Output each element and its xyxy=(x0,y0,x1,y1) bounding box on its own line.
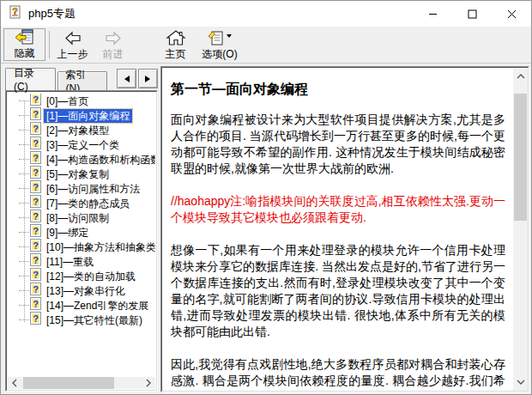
dropdown-arrow-icon xyxy=(227,34,232,40)
svg-text:?: ? xyxy=(33,226,39,236)
hide-button-label: 隐藏 xyxy=(15,46,35,61)
tree-item-label: [8]—访问限制 xyxy=(44,211,112,225)
main-area: 目录(C) 索引(N) xyxy=(1,64,531,394)
tree-item[interactable]: ? [2]—对象模型 xyxy=(8,123,155,137)
close-icon xyxy=(507,9,517,19)
tree-item[interactable]: ? [8]—访问限制 xyxy=(8,210,155,225)
tree-branch-line xyxy=(19,188,29,189)
hide-button[interactable]: 隐藏 xyxy=(3,28,45,61)
tree-branch-line xyxy=(19,173,29,174)
tree-branch-line xyxy=(19,130,29,131)
help-file-icon: ? xyxy=(9,5,22,22)
tree-item-label: [0]—首页 xyxy=(44,94,91,108)
maximize-button[interactable] xyxy=(452,1,492,27)
tab-contents-label: 目录(C) xyxy=(14,66,47,93)
back-button-label: 上一步 xyxy=(57,47,88,62)
tree-branch-line xyxy=(19,319,29,320)
svg-text:?: ? xyxy=(33,240,39,251)
tree-item[interactable]: ? [3]—定义一个类 xyxy=(8,137,155,152)
tab-index[interactable]: 索引(N) xyxy=(57,71,108,90)
tree-horizontal-scrollbar[interactable] xyxy=(8,377,155,389)
minimize-icon xyxy=(428,9,438,19)
tree-item-label: [6]—访问属性和方法 xyxy=(44,182,142,196)
svg-text:?: ? xyxy=(33,313,39,324)
tree-branch-line xyxy=(19,290,29,291)
toolbar-gap xyxy=(133,27,155,62)
tree-item[interactable]: ? [7]—类的静态成员 xyxy=(8,196,155,210)
forward-button-label: 前进 xyxy=(103,47,124,62)
tree-branch-line xyxy=(19,115,29,116)
tree-branch-line xyxy=(19,100,29,101)
scroll-right-arrow[interactable] xyxy=(142,377,155,389)
toolbar: 隐藏 上一步 前进 xyxy=(1,27,531,64)
vertical-scroll-thumb[interactable] xyxy=(514,94,527,221)
home-button-label: 主页 xyxy=(166,47,186,62)
scroll-up-arrow[interactable] xyxy=(513,70,528,83)
minimize-button[interactable] xyxy=(413,1,452,27)
tab-contents[interactable]: 目录(C) xyxy=(5,68,56,90)
tree-item[interactable]: ? [1]—面向对象编程 xyxy=(8,108,155,123)
tree-item[interactable]: ? [5]—对象复制 xyxy=(8,167,155,181)
tree-branch-line xyxy=(19,144,29,145)
scroll-tabs-right-button[interactable] xyxy=(138,69,158,88)
topic-paragraph: 面向对象编程被设计来为大型软件项目提供解决方案,尤其是多人合作的项目. 当源代码… xyxy=(171,112,505,177)
topic-title: 第一节—面向对象编程 xyxy=(171,81,505,99)
tree-item[interactable]: ? [4]—构造函数和析构函数 xyxy=(8,152,155,167)
tree-item-label: [3]—定义一个类 xyxy=(44,138,122,152)
right-triangle-icon xyxy=(145,76,154,82)
tree-item[interactable]: ? [6]—访问属性和方法 xyxy=(8,181,155,196)
svg-text:?: ? xyxy=(33,182,39,192)
svg-text:?: ? xyxy=(33,270,39,280)
hide-pane-icon xyxy=(15,28,35,46)
tree-item-label: [10]—抽象方法和抽象类 xyxy=(44,240,155,254)
tree-item[interactable]: ? [11]—重载 xyxy=(8,254,155,269)
tree-item[interactable]: ? [14]—Zend引擎的发展 xyxy=(8,298,155,313)
svg-text:?: ? xyxy=(33,197,39,207)
tree-item-label: [1]—面向对象编程 xyxy=(44,109,132,123)
topic-paragraph: //haohappy注:喻指模块间的关联度过高,相互依赖性太强.更动一个模块导致… xyxy=(171,193,505,226)
tree-branch-line xyxy=(19,203,29,204)
svg-text:?: ? xyxy=(33,153,39,163)
svg-text:?: ? xyxy=(33,211,39,222)
tree-item[interactable]: ? [0]—首页 xyxy=(8,94,155,108)
tree-item-label: [13]—对象串行化 xyxy=(44,284,128,298)
content-paragraphs: 面向对象编程被设计来为大型软件项目提供解决方案,尤其是多人合作的项目. 当源代码… xyxy=(171,112,505,391)
tree-item-label: [4]—构造函数和析构函数 xyxy=(44,153,155,167)
tree-item-label: [14]—Zend引擎的发展 xyxy=(44,299,151,313)
svg-text:?: ? xyxy=(12,6,18,16)
tree-item[interactable]: ? [13]—对象串行化 xyxy=(8,283,155,298)
tree-item-label: [5]—对象复制 xyxy=(44,167,112,181)
tree-branch-line xyxy=(19,217,29,218)
home-button[interactable]: 主页 xyxy=(155,27,196,62)
svg-text:?: ? xyxy=(33,299,39,309)
tree-item-label: [12]—类的自动加载 xyxy=(44,270,138,283)
scroll-down-arrow[interactable] xyxy=(513,375,528,389)
tree-item-label: [11]—重载 xyxy=(44,255,96,269)
svg-text:?: ? xyxy=(33,94,39,105)
options-button[interactable]: 选项(O) xyxy=(196,27,244,62)
tree-item[interactable]: ? [12]—类的自动加载 xyxy=(8,269,155,283)
contents-tree-inner: ? [0]—首页 ? [1]—面向对象编程 ? [2]—对象模型 xyxy=(6,91,157,391)
left-triangle-icon xyxy=(121,76,130,82)
home-icon xyxy=(166,28,186,47)
help-viewer-window: ? php5专题 xyxy=(0,0,532,395)
svg-text:?: ? xyxy=(33,167,39,178)
options-button-label: 选项(O) xyxy=(202,47,237,62)
svg-text:?: ? xyxy=(33,124,39,134)
tree-item[interactable]: ? [10]—抽象方法和抽象类 xyxy=(8,240,155,254)
back-button[interactable]: 上一步 xyxy=(52,27,93,62)
toolbar-separator xyxy=(49,31,50,58)
svg-text:?: ? xyxy=(33,138,39,149)
tab-scroll-buttons xyxy=(117,69,158,88)
scroll-tabs-left-button[interactable] xyxy=(117,69,136,88)
topic-pane: 第一节—面向对象编程 面向对象编程被设计来为大型软件项目提供解决方案,尤其是多人… xyxy=(160,66,529,392)
tree-item-label: [7]—类的静态成员 xyxy=(44,197,132,210)
tree-item[interactable]: ? [9]—绑定 xyxy=(8,225,155,240)
close-button[interactable] xyxy=(492,1,531,27)
horizontal-scroll-thumb[interactable] xyxy=(23,377,114,389)
tree-item[interactable]: ? [15]—其它特性(最新) xyxy=(8,313,155,327)
topic-paragraph: 想像一下,如果有一个用来处理登录的模块允许一个信用卡处理模块来分享它的数据库连接… xyxy=(171,242,505,340)
forward-button[interactable]: 前进 xyxy=(93,27,133,62)
content-vertical-scrollbar[interactable] xyxy=(513,68,528,391)
scroll-left-arrow[interactable] xyxy=(8,377,21,389)
